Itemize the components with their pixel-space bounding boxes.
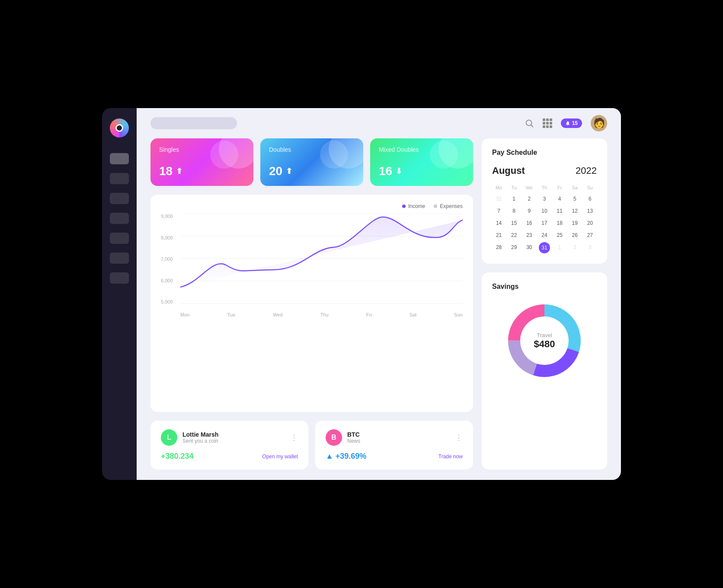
header-right: 15 🧑 bbox=[525, 115, 607, 131]
cal-day[interactable]: 26 bbox=[568, 230, 582, 240]
cal-day[interactable]: 13 bbox=[583, 206, 597, 216]
savings-title: Savings bbox=[492, 283, 518, 291]
pay-schedule-card: Pay Schedule August 2022 Mo Tu We Th Fr … bbox=[482, 138, 607, 264]
cal-day[interactable]: 30 bbox=[522, 242, 536, 253]
stat-card-doubles[interactable]: Doubles 20 ⬆ bbox=[260, 138, 363, 186]
cal-day[interactable]: 20 bbox=[583, 218, 597, 228]
trans-meta-1: Lottie Marsh Sent you a coin bbox=[182, 431, 218, 444]
trans-dots-2[interactable]: ⋮ bbox=[455, 433, 463, 442]
cal-day[interactable]: 25 bbox=[553, 230, 566, 240]
sidebar-item-5[interactable] bbox=[110, 233, 129, 244]
cal-day[interactable]: 31 bbox=[492, 194, 505, 204]
main-content: 15 🧑 Singles 18 ⬆ bbox=[137, 108, 621, 480]
stat-card-mixed[interactable]: Mixed Doubles 16 ⬇ bbox=[370, 138, 473, 186]
transaction-btc: B BTC News ⋮ ▲ +39.69% Trade n bbox=[315, 421, 473, 470]
cal-day[interactable]: 21 bbox=[492, 230, 505, 240]
cal-day[interactable]: 3 bbox=[537, 194, 551, 204]
sidebar-item-2[interactable] bbox=[110, 173, 129, 184]
bell-icon bbox=[565, 121, 570, 126]
trans-avatar-lottie: L bbox=[161, 429, 177, 446]
mixed-arrow: ⬇ bbox=[396, 166, 402, 176]
legend-income: Income bbox=[402, 203, 425, 209]
trans-dots-1[interactable]: ⋮ bbox=[290, 433, 298, 442]
stat-card-singles[interactable]: Singles 18 ⬆ bbox=[150, 138, 253, 186]
trans-name-btc: BTC bbox=[347, 431, 360, 438]
notifications-badge[interactable]: 15 bbox=[561, 118, 582, 128]
chart-x-labels: Mon Tue Wed Thu Fri Sat Sun bbox=[180, 312, 463, 317]
cal-day[interactable]: 18 bbox=[553, 218, 566, 228]
cal-day[interactable]: 11 bbox=[553, 206, 566, 216]
stat-cards: Singles 18 ⬆ Doubles 20 ⬆ bbox=[150, 138, 473, 186]
transactions: L Lottie Marsh Sent you a coin ⋮ +380.23… bbox=[150, 421, 473, 470]
cal-day[interactable]: 2 bbox=[522, 194, 536, 204]
sidebar-item-4[interactable] bbox=[110, 213, 129, 224]
cal-day[interactable]: 19 bbox=[568, 218, 582, 228]
cal-hdr-mo: Mo bbox=[492, 183, 505, 192]
sidebar bbox=[102, 108, 137, 480]
cal-day[interactable]: 10 bbox=[537, 206, 551, 216]
cal-day[interactable]: 15 bbox=[507, 218, 521, 228]
cal-day[interactable]: 9 bbox=[522, 206, 536, 216]
cal-day[interactable]: 5 bbox=[568, 194, 582, 204]
search-icon[interactable] bbox=[525, 118, 534, 128]
chart-y-labels: 9,000 8,000 7,000 6,000 5,000 bbox=[161, 214, 180, 304]
cal-day[interactable]: 12 bbox=[568, 206, 582, 216]
chart-card: Income Expenses 9,000 8,000 7,000 6,000 bbox=[150, 195, 473, 412]
sidebar-item-7[interactable] bbox=[110, 272, 129, 284]
cal-hdr-we: We bbox=[522, 183, 536, 192]
cal-hdr-su: Su bbox=[583, 183, 597, 192]
cal-day[interactable]: 4 bbox=[553, 194, 566, 204]
trans-amount-lottie: +380.234 bbox=[161, 452, 194, 461]
legend-expenses: Expenses bbox=[434, 203, 463, 209]
chart-area: 9,000 8,000 7,000 6,000 5,000 bbox=[161, 214, 463, 317]
singles-value: 18 ⬆ bbox=[159, 164, 245, 178]
cal-day[interactable]: 28 bbox=[492, 242, 505, 253]
calendar-grid: Mo Tu We Th Fr Sa Su 31 1 2 3 4 5 bbox=[492, 183, 597, 253]
singles-arrow: ⬆ bbox=[176, 166, 182, 176]
cal-day-today[interactable]: 31 bbox=[539, 242, 550, 253]
sidebar-item-3[interactable] bbox=[110, 193, 129, 204]
cal-day[interactable]: 16 bbox=[522, 218, 536, 228]
savings-card: Savings bbox=[482, 272, 607, 470]
trans-action-btc[interactable]: Trade now bbox=[438, 454, 463, 460]
cal-day[interactable]: 29 bbox=[507, 242, 521, 253]
cal-day[interactable]: 7 bbox=[492, 206, 505, 216]
cal-day[interactable]: 23 bbox=[522, 230, 536, 240]
donut-chart: Travel $480 bbox=[501, 297, 588, 384]
trans-sub-lottie: Sent you a coin bbox=[182, 438, 218, 444]
sidebar-item-1[interactable] bbox=[110, 153, 129, 164]
cal-hdr-fr: Fr bbox=[553, 183, 566, 192]
cal-month: August bbox=[492, 165, 525, 176]
search-bar[interactable] bbox=[150, 117, 237, 129]
donut-center: Travel $480 bbox=[534, 332, 555, 350]
app-wrapper: 15 🧑 Singles 18 ⬆ bbox=[102, 108, 621, 480]
trans-action-lottie[interactable]: Open my wallet bbox=[262, 454, 298, 460]
expenses-label: Expenses bbox=[440, 203, 463, 209]
cal-day[interactable]: 27 bbox=[583, 230, 597, 240]
content-left: Singles 18 ⬆ Doubles 20 ⬆ bbox=[150, 138, 473, 470]
chart-svg bbox=[180, 214, 463, 304]
cal-day[interactable]: 1 bbox=[553, 242, 566, 253]
transaction-header-1: L Lottie Marsh Sent you a coin ⋮ bbox=[161, 429, 298, 446]
cal-day[interactable]: 14 bbox=[492, 218, 505, 228]
cal-day[interactable]: 6 bbox=[583, 194, 597, 204]
cal-day[interactable]: 22 bbox=[507, 230, 521, 240]
sidebar-item-6[interactable] bbox=[110, 252, 129, 264]
grid-icon[interactable] bbox=[543, 118, 552, 128]
expenses-dot bbox=[434, 205, 437, 208]
cal-day[interactable]: 17 bbox=[537, 218, 551, 228]
cal-day[interactable]: 24 bbox=[537, 230, 551, 240]
sidebar-logo[interactable] bbox=[110, 118, 129, 137]
user-avatar[interactable]: 🧑 bbox=[591, 115, 607, 131]
cal-hdr-tu: Tu bbox=[507, 183, 521, 192]
cal-day[interactable]: 2 bbox=[568, 242, 582, 253]
transaction-lottie: L Lottie Marsh Sent you a coin ⋮ +380.23… bbox=[150, 421, 308, 470]
cal-day[interactable]: 3 bbox=[583, 242, 597, 253]
trans-sub-btc: News bbox=[347, 438, 360, 444]
income-dot bbox=[402, 205, 406, 208]
cal-day[interactable]: 1 bbox=[507, 194, 521, 204]
content-right: Pay Schedule August 2022 Mo Tu We Th Fr … bbox=[482, 138, 607, 470]
singles-label: Singles bbox=[159, 146, 245, 153]
content-area: Singles 18 ⬆ Doubles 20 ⬆ bbox=[137, 138, 621, 480]
cal-day[interactable]: 8 bbox=[507, 206, 521, 216]
